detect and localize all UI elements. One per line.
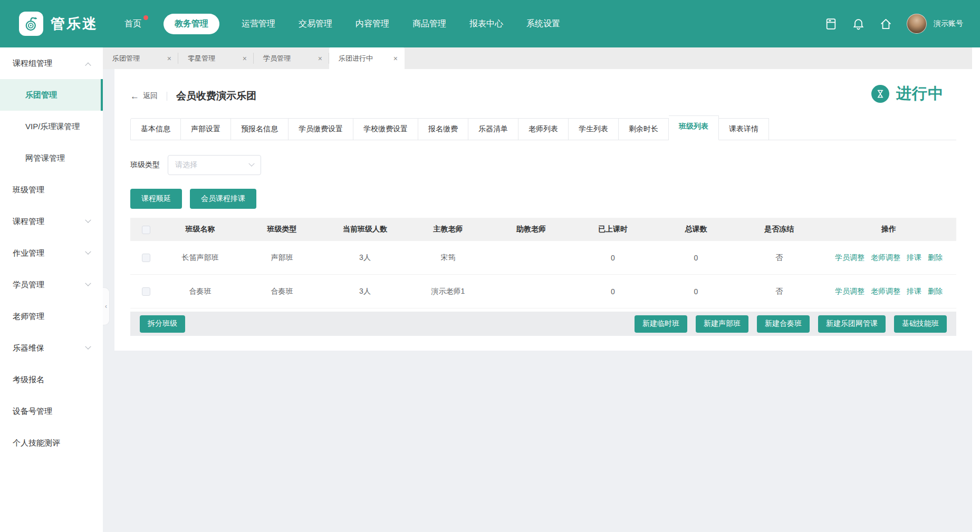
chevron-down-icon [248,161,254,167]
tab-class-list[interactable]: 班级列表 [669,115,719,140]
adjust-students-link[interactable]: 学员调整 [835,287,864,296]
class-type-label: 班级类型 [130,160,160,170]
class-type-select[interactable]: 请选择 [168,155,261,175]
sidebar-item-instrument-maintenance[interactable]: 乐器维保 [0,332,103,364]
open-tab-orchestra-ongoing[interactable]: 乐团进行中 × [329,47,405,69]
sidebar-item-student-mgmt[interactable]: 学员管理 [0,269,103,301]
document-icon[interactable] [824,17,838,31]
class-table: 班级名称 班级类型 当前班级人数 主教老师 助教老师 已上课时 总课数 是否冻结… [130,218,956,308]
divider [167,92,167,101]
tab-schedule-details[interactable]: 课表详情 [719,118,769,140]
tab-section-settings[interactable]: 声部设置 [181,118,231,140]
open-tab-orchestra-mgmt[interactable]: 乐团管理 × [103,47,178,69]
select-all-checkbox[interactable] [142,226,150,234]
adjust-teachers-link[interactable]: 老师调整 [871,253,900,263]
split-class-button[interactable]: 拆分班级 [140,315,185,333]
schedule-link[interactable]: 排课 [907,253,921,263]
delete-link[interactable]: 删除 [928,287,943,296]
back-button[interactable]: ← 返回 [130,91,158,101]
tab-remaining-hours[interactable]: 剩余时长 [619,118,669,140]
col-current-size: 当前班级人数 [325,225,405,234]
sidebar-item-class-mgmt[interactable]: 班级管理 [0,174,103,206]
app-root: 管乐迷 首页 教务管理 运营管理 交易管理 内容管理 商品管理 报表中心 系统设… [0,0,980,532]
table-footer-bar: 拆分班级 新建临时班 新建声部班 新建合奏班 新建乐团网管课 基础技能班 [130,312,956,336]
nav-item-academic[interactable]: 教务管理 [164,14,219,34]
close-icon[interactable]: × [167,55,171,62]
sidebar-item-teacher-mgmt[interactable]: 老师管理 [0,301,103,332]
new-ensemble-class-button[interactable]: 新建合奏班 [757,315,810,333]
cell-total-lessons: 0 [655,287,737,296]
tab-student-list[interactable]: 学生列表 [569,118,619,140]
close-icon[interactable]: × [243,55,247,62]
close-icon[interactable]: × [393,55,398,62]
schedule-link[interactable]: 排课 [907,287,921,296]
nav-item-operations[interactable]: 运营管理 [241,14,276,34]
footer-actions: 新建临时班 新建声部班 新建合奏班 新建乐团网管课 基础技能班 [635,315,947,333]
tab-teacher-list[interactable]: 老师列表 [518,118,569,140]
tab-student-payment-settings[interactable]: 学员缴费设置 [289,118,353,140]
sidebar-item-online-course-mgmt[interactable]: 网管课管理 [0,142,103,174]
tab-registration-payment[interactable]: 报名缴费 [418,118,468,140]
open-tab-sporadic-mgmt[interactable]: 零星管理 × [178,47,254,69]
tab-basic-info[interactable]: 基本信息 [130,118,181,140]
col-actions: 操作 [821,225,956,234]
toolbar: 课程顺延 会员课程排课 [130,189,956,209]
sidebar-item-device-mgmt[interactable]: 设备号管理 [0,395,103,427]
cell-main-teacher: 演示老师1 [405,287,492,296]
home-icon[interactable] [879,17,892,31]
brand-logo-icon [19,12,43,36]
cell-class-name: 长笛声部班 [162,253,238,263]
navbar-right: 演示账号 [824,14,963,34]
sidebar-item-orchestra-mgmt[interactable]: 乐团管理 [0,79,103,111]
close-icon[interactable]: × [318,55,322,62]
page-background [114,351,972,532]
new-temp-class-button[interactable]: 新建临时班 [635,315,687,333]
user-avatar[interactable] [907,14,927,34]
select-placeholder: 请选择 [175,160,197,170]
tab-school-payment-settings[interactable]: 学校缴费设置 [353,118,418,140]
table-header-row: 班级名称 班级类型 当前班级人数 主教老师 助教老师 已上课时 总课数 是否冻结… [130,218,956,241]
main-content: ← 返回 会员收费演示乐团 进行中 基本信息 声部设置 预报名信息 学员缴费设置… [114,69,972,351]
brand-name: 管乐迷 [51,14,98,33]
row-checkbox[interactable] [142,254,150,262]
sidebar-item-skill-assessment[interactable]: 个人技能测评 [0,427,103,459]
scrollbar-track[interactable] [972,47,980,532]
cell-main-teacher: 宋筠 [405,253,492,263]
sidebar-item-course-group-mgmt[interactable]: 课程组管理 [0,47,103,79]
nav-item-content[interactable]: 内容管理 [354,14,390,34]
nav-item-settings[interactable]: 系统设置 [525,14,561,34]
adjust-students-link[interactable]: 学员调整 [835,253,864,263]
sidebar-collapse-handle[interactable]: ‹ [103,287,110,325]
sidebar-item-homework-mgmt[interactable]: 作业管理 [0,237,103,269]
cell-class-name: 合奏班 [162,287,238,296]
member-course-schedule-button[interactable]: 会员课程排课 [190,189,256,209]
nav-item-products[interactable]: 商品管理 [411,14,447,34]
sidebar-item-exam-registration[interactable]: 考级报名 [0,364,103,395]
adjust-teachers-link[interactable]: 老师调整 [871,287,900,296]
course-postpone-button[interactable]: 课程顺延 [130,189,182,209]
col-main-teacher: 主教老师 [405,225,492,234]
username: 演示账号 [934,19,963,28]
cell-hours-taken: 0 [571,254,655,262]
delete-link[interactable]: 删除 [928,253,943,263]
row-checkbox[interactable] [142,287,150,296]
tab-instrument-list[interactable]: 乐器清单 [468,118,518,140]
cell-total-lessons: 0 [655,254,737,262]
basic-skills-class-button[interactable]: 基础技能班 [894,315,947,333]
chevron-down-icon [85,249,91,255]
sidebar-item-course-mgmt[interactable]: 课程管理 [0,206,103,237]
bell-icon[interactable] [852,17,865,31]
nav-item-reports[interactable]: 报表中心 [468,14,504,34]
new-orchestra-online-course-button[interactable]: 新建乐团网管课 [818,315,886,333]
cell-hours-taken: 0 [571,287,655,296]
brand[interactable]: 管乐迷 [19,12,98,36]
table-row: 长笛声部班 声部班 3人 宋筠 0 0 否 学员调整 老师调整 排课 删除 [130,241,956,275]
nav-item-home[interactable]: 首页 [123,14,142,34]
page-title: 会员收费演示乐团 [176,89,256,103]
new-section-class-button[interactable]: 新建声部班 [696,315,748,333]
sidebar-item-vip-theory-mgmt[interactable]: VIP/乐理课管理 [0,111,103,142]
notification-dot-icon [143,15,148,20]
nav-item-transactions[interactable]: 交易管理 [297,14,333,34]
tab-pre-registration[interactable]: 预报名信息 [231,118,289,140]
open-tab-student-mgmt[interactable]: 学员管理 × [254,47,329,69]
